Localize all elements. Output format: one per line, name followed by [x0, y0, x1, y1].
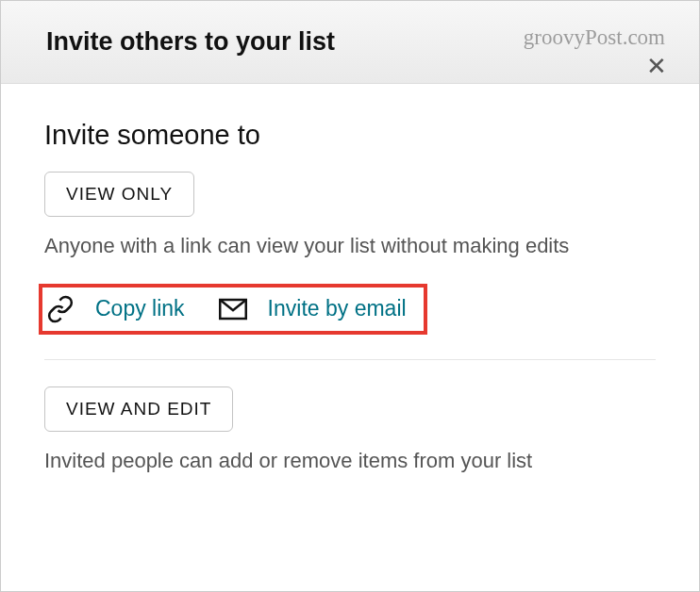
close-icon: ✕ [646, 52, 667, 80]
view-only-description: Anyone with a link can view your list wi… [44, 232, 656, 261]
view-edit-button[interactable]: VIEW AND EDIT [44, 386, 233, 432]
view-only-button[interactable]: VIEW ONLY [44, 172, 194, 217]
watermark-text: groovyPost.com [524, 25, 665, 50]
invite-email-label: Invite by email [268, 296, 407, 321]
section-divider [44, 359, 656, 360]
actions-highlight: Copy link Invite by email [39, 284, 427, 335]
invite-email-action[interactable]: Invite by email [219, 295, 407, 323]
view-edit-description: Invited people can add or remove items f… [44, 447, 656, 476]
dialog-content: Invite someone to VIEW ONLY Anyone with … [1, 84, 699, 476]
dialog-title: Invite others to your list [46, 27, 335, 57]
copy-link-action[interactable]: Copy link [46, 295, 185, 323]
close-button[interactable]: ✕ [646, 54, 667, 78]
view-edit-section: VIEW AND EDIT Invited people can add or … [44, 386, 656, 476]
mail-icon [219, 295, 247, 323]
link-icon [46, 295, 75, 323]
section-title: Invite someone to [44, 120, 656, 151]
view-only-section: VIEW ONLY Anyone with a link can view yo… [44, 172, 656, 346]
copy-link-label: Copy link [95, 296, 185, 321]
dialog-header: Invite others to your list groovyPost.co… [1, 1, 699, 84]
